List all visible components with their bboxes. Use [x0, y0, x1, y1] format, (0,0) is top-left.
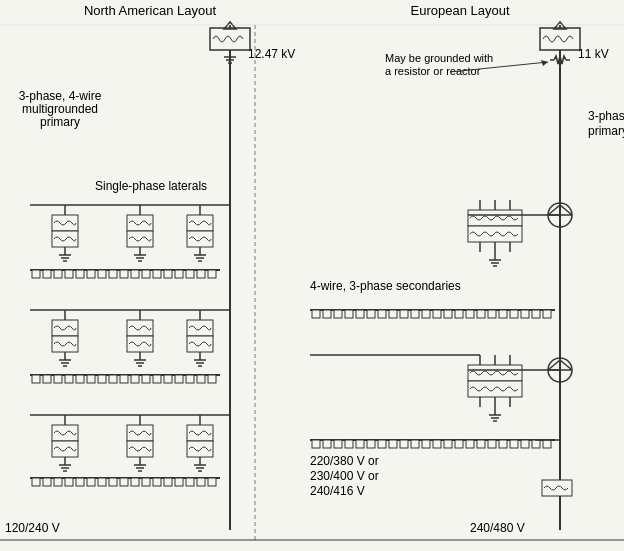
- svg-rect-49: [186, 270, 194, 278]
- eu-ground-note-1: May be grounded with: [385, 52, 493, 64]
- svg-rect-116: [65, 478, 73, 486]
- svg-rect-78: [76, 375, 84, 383]
- svg-rect-46: [153, 270, 161, 278]
- eu-primary-label-1: 3-phase: [588, 109, 624, 123]
- svg-rect-76: [54, 375, 62, 383]
- svg-rect-115: [54, 478, 62, 486]
- svg-rect-204: [378, 440, 386, 448]
- svg-rect-167: [422, 310, 430, 318]
- svg-rect-82: [120, 375, 128, 383]
- svg-rect-117: [76, 478, 84, 486]
- svg-rect-209: [433, 440, 441, 448]
- svg-rect-120: [109, 478, 117, 486]
- na-voltage-secondary: 120/240 V: [5, 521, 60, 535]
- svg-rect-176: [521, 310, 529, 318]
- svg-rect-211: [455, 440, 463, 448]
- eu-voltage-primary: 11 kV: [578, 47, 609, 61]
- svg-rect-161: [356, 310, 364, 318]
- eu-primary-label-2: primary: [588, 124, 624, 138]
- svg-rect-129: [208, 478, 216, 486]
- svg-rect-203: [367, 440, 375, 448]
- svg-rect-86: [164, 375, 172, 383]
- svg-rect-87: [175, 375, 183, 383]
- svg-rect-198: [312, 440, 320, 448]
- svg-rect-202: [356, 440, 364, 448]
- svg-rect-35: [32, 270, 40, 278]
- svg-rect-214: [488, 440, 496, 448]
- european-title: European Layout: [410, 3, 509, 18]
- eu-ground-note-2: a resistor or reactor: [385, 65, 481, 77]
- eu-voltage-options-2: 230/400 V or: [310, 469, 379, 483]
- svg-rect-166: [411, 310, 419, 318]
- svg-rect-113: [32, 478, 40, 486]
- svg-rect-2: [210, 28, 250, 50]
- svg-rect-100: [127, 441, 153, 457]
- svg-rect-45: [142, 270, 150, 278]
- svg-rect-123: [142, 478, 150, 486]
- svg-rect-61: [127, 336, 153, 352]
- svg-rect-53: [52, 320, 78, 336]
- svg-rect-114: [43, 478, 51, 486]
- svg-rect-205: [389, 440, 397, 448]
- svg-rect-128: [197, 478, 205, 486]
- svg-rect-200: [334, 440, 342, 448]
- svg-rect-43: [120, 270, 128, 278]
- svg-rect-215: [499, 440, 507, 448]
- svg-rect-168: [433, 310, 441, 318]
- svg-rect-38: [65, 270, 73, 278]
- svg-rect-48: [175, 270, 183, 278]
- svg-rect-106: [187, 425, 213, 441]
- svg-rect-85: [153, 375, 161, 383]
- svg-rect-163: [378, 310, 386, 318]
- svg-rect-170: [455, 310, 463, 318]
- svg-rect-51: [208, 270, 216, 278]
- svg-rect-118: [87, 478, 95, 486]
- svg-rect-219: [543, 440, 551, 448]
- svg-rect-201: [345, 440, 353, 448]
- svg-rect-199: [323, 440, 331, 448]
- svg-rect-79: [87, 375, 95, 383]
- na-primary-label: 3-phase, 4-wire: [19, 89, 102, 103]
- svg-rect-132: [540, 28, 580, 50]
- svg-rect-207: [411, 440, 419, 448]
- svg-rect-160: [345, 310, 353, 318]
- svg-rect-47: [164, 270, 172, 278]
- svg-rect-77: [65, 375, 73, 383]
- svg-rect-212: [466, 440, 474, 448]
- svg-rect-162: [367, 310, 375, 318]
- svg-text:multigrounded: multigrounded: [22, 102, 98, 116]
- svg-rect-213: [477, 440, 485, 448]
- svg-rect-169: [444, 310, 452, 318]
- svg-rect-28: [187, 215, 213, 231]
- svg-rect-75: [43, 375, 51, 383]
- svg-rect-92: [52, 425, 78, 441]
- svg-rect-172: [477, 310, 485, 318]
- svg-rect-124: [153, 478, 161, 486]
- svg-rect-173: [488, 310, 496, 318]
- svg-rect-67: [187, 320, 213, 336]
- svg-rect-171: [466, 310, 474, 318]
- svg-rect-14: [52, 215, 78, 231]
- svg-rect-80: [98, 375, 106, 383]
- svg-rect-158: [323, 310, 331, 318]
- svg-rect-119: [98, 478, 106, 486]
- svg-rect-174: [499, 310, 507, 318]
- svg-rect-127: [186, 478, 194, 486]
- eu-voltage-options-1: 220/380 V or: [310, 454, 379, 468]
- svg-rect-36: [43, 270, 51, 278]
- svg-rect-89: [197, 375, 205, 383]
- svg-text:primary: primary: [40, 115, 80, 129]
- svg-rect-125: [164, 478, 172, 486]
- svg-rect-68: [187, 336, 213, 352]
- svg-rect-210: [444, 440, 452, 448]
- svg-rect-157: [312, 310, 320, 318]
- svg-rect-50: [197, 270, 205, 278]
- svg-rect-37: [54, 270, 62, 278]
- svg-rect-60: [127, 320, 153, 336]
- diagram-container: North American Layout European Layout 12…: [0, 0, 624, 551]
- svg-rect-99: [127, 425, 153, 441]
- svg-rect-159: [334, 310, 342, 318]
- svg-rect-175: [510, 310, 518, 318]
- svg-rect-22: [127, 231, 153, 247]
- svg-rect-218: [532, 440, 540, 448]
